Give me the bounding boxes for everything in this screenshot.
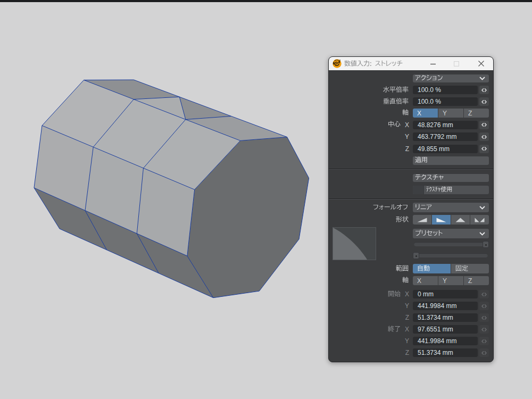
numeric-input-dialog: 100.0 % 100.0 % XYZ X 48.8276 mm Y 463.7…	[328, 56, 494, 362]
spinner-arrows-icon	[481, 339, 487, 344]
range-option-fixed[interactable]	[451, 264, 489, 273]
horizontal-scale-spinner[interactable]	[479, 86, 489, 94]
axis-sub-label: X	[405, 326, 409, 333]
shape-row-label	[329, 215, 409, 225]
apply-label	[415, 156, 428, 164]
start-z-spinner[interactable]	[479, 313, 489, 322]
use-texture-checkbox[interactable]	[413, 186, 489, 194]
axis-sub-label: X	[405, 121, 409, 129]
end-x-row-label: X	[329, 325, 409, 334]
close-icon	[478, 61, 484, 66]
center-z-spinner[interactable]	[479, 145, 489, 153]
start-x-spinner[interactable]	[479, 290, 489, 298]
shape-valley-icon	[475, 217, 485, 223]
shape-ramp-up-icon	[417, 217, 427, 223]
falloff-axis-option-y[interactable]: Y	[438, 276, 464, 285]
chevron-down-icon	[479, 232, 485, 236]
spinner-arrows-icon	[481, 135, 487, 139]
hscale-label	[383, 86, 409, 94]
center-z-row-label: Z	[329, 145, 409, 153]
falloff-axis-option-z[interactable]: Z	[464, 276, 489, 285]
axis-segmented: XYZ	[413, 109, 489, 118]
vertical-scale-input[interactable]: 100.0 %	[413, 97, 478, 106]
end-x-spinner[interactable]	[479, 325, 489, 334]
falloff-label	[373, 204, 409, 212]
close-button[interactable]	[472, 57, 490, 70]
center-z-input[interactable]: 49.855 mm	[413, 145, 478, 153]
axis-option-z[interactable]: Z	[464, 109, 489, 118]
end-y-spinner[interactable]	[479, 337, 489, 345]
start-y-input[interactable]: 441.9984 mm	[413, 302, 478, 310]
axis-label	[402, 109, 409, 117]
slider-handle[interactable]	[413, 252, 419, 259]
falloff-value-label	[415, 204, 433, 212]
axis-sub-label: Z	[405, 314, 409, 321]
start-y-spinner[interactable]	[479, 302, 489, 310]
start-x-input[interactable]: 0 mm	[413, 290, 478, 298]
apply-button[interactable]	[413, 156, 489, 165]
falloff-curve	[333, 228, 376, 260]
shape-ramp-down-button[interactable]	[432, 215, 451, 225]
center-x-input[interactable]: 48.8276 mm	[413, 121, 478, 129]
range-row-label	[329, 264, 409, 273]
end-x-input[interactable]: 97.6551 mm	[413, 325, 478, 334]
start-z-input[interactable]: 51.3734 mm	[413, 313, 478, 322]
range-label	[396, 265, 409, 273]
range-option-auto[interactable]	[413, 264, 451, 273]
minimize-icon	[430, 61, 436, 66]
spinner-arrows-icon	[481, 351, 487, 355]
end-y-input[interactable]: 441.9984 mm	[413, 337, 478, 345]
preset-slider-bottom[interactable]	[413, 252, 489, 259]
spinner-arrows-icon	[481, 315, 487, 320]
end-z-spinner[interactable]	[479, 348, 489, 357]
start-z-row-label: Z	[329, 313, 409, 322]
checkbox-label-wrap	[424, 186, 453, 194]
preset-slider-top[interactable]	[413, 241, 489, 248]
axis-option-y[interactable]: Y	[438, 109, 464, 118]
axis-option-x[interactable]: X	[413, 109, 438, 118]
dialog-titlebar[interactable]	[329, 57, 493, 70]
dialog-title	[344, 60, 403, 68]
axis-sub-label: Y	[405, 133, 409, 140]
shape-ramp-down-icon	[436, 217, 446, 223]
center-label	[388, 121, 401, 129]
spinner-arrows-icon	[481, 146, 487, 151]
spinner-arrows-icon	[481, 88, 487, 93]
falloff-dropdown[interactable]	[413, 203, 489, 212]
horizontal-scale-input[interactable]: 100.0 %	[413, 86, 478, 94]
center-y-input[interactable]: 463.7792 mm	[413, 132, 478, 141]
falloff-axis-option-x[interactable]: X	[413, 276, 438, 285]
center-y-row-label: Y	[329, 132, 409, 141]
vertical-scale-spinner[interactable]	[479, 97, 489, 106]
falloff-axis-row-label	[329, 276, 409, 285]
center-x-spinner[interactable]	[479, 121, 489, 129]
section-divider-1	[329, 169, 493, 170]
shape-valley-button[interactable]	[470, 215, 489, 225]
center-y-spinner[interactable]	[479, 132, 489, 141]
minimize-button[interactable]	[424, 57, 442, 70]
falloff-curve-preview	[332, 227, 376, 260]
spinner-arrows-icon	[481, 122, 487, 127]
axis-sub-label: X	[405, 290, 409, 298]
axis-label	[402, 277, 409, 285]
shape-ramp-up-button[interactable]	[413, 215, 432, 225]
slider-track[interactable]	[414, 242, 488, 246]
maximize-button[interactable]	[447, 57, 466, 70]
slider-handle[interactable]	[483, 241, 489, 248]
texture-button[interactable]	[413, 174, 489, 182]
end-z-input[interactable]: 51.3734 mm	[413, 348, 478, 357]
falloff-row-label	[329, 203, 409, 212]
spinner-arrows-icon	[481, 99, 487, 104]
end-z-row-label: Z	[329, 348, 409, 357]
slider-track[interactable]	[414, 253, 488, 257]
shape-peak-button[interactable]	[451, 215, 470, 225]
axis-sub-label: Y	[405, 337, 409, 345]
texture-label	[415, 174, 445, 182]
preset-dropdown[interactable]	[413, 229, 489, 238]
action-dropdown[interactable]	[413, 74, 489, 82]
center-row-label: X	[329, 121, 409, 129]
chevron-down-icon	[479, 77, 485, 80]
falloff-axis-segmented: XYZ	[413, 276, 489, 285]
axis-sub-label: Z	[405, 349, 409, 356]
shape-peak-icon	[455, 217, 466, 223]
